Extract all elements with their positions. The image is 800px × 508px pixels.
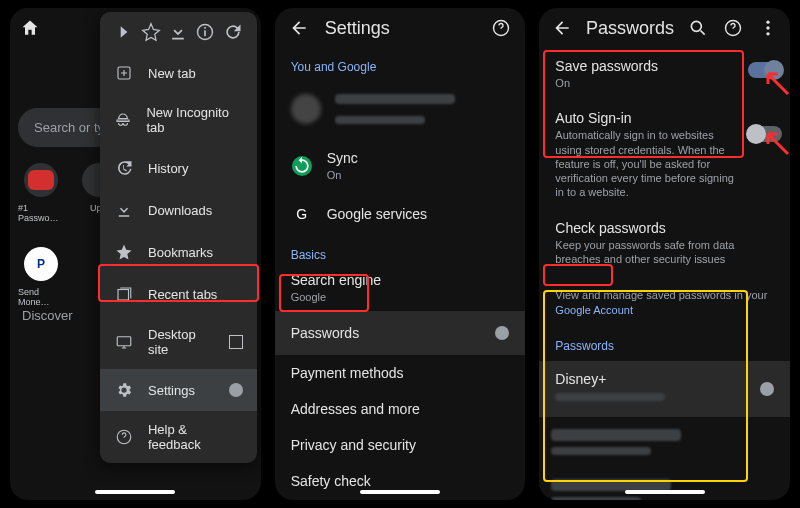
settings-label: Google services	[327, 206, 510, 222]
settings-sync[interactable]: SyncOn	[275, 140, 526, 192]
saved-password-item[interactable]	[539, 467, 790, 500]
settings-payment[interactable]: Payment methods	[275, 355, 526, 391]
menu-label: Bookmarks	[148, 245, 213, 260]
loading-indicator-icon	[760, 382, 774, 396]
section-passwords: Passwords	[539, 327, 790, 357]
recent-tabs-icon	[114, 284, 134, 304]
settings-sub: View and manage saved passwords in your …	[555, 288, 774, 317]
auto-signin-row[interactable]: Auto Sign-inAutomatically sign in to web…	[539, 100, 790, 209]
search-icon[interactable]	[688, 16, 709, 40]
svg-rect-2	[205, 27, 207, 29]
page-title: Settings	[325, 18, 476, 39]
settings-label: Check passwords	[555, 220, 774, 236]
back-icon[interactable]	[551, 16, 572, 40]
gesture-handle	[625, 490, 705, 494]
shortcut-paypal[interactable]: PSend Mone…	[18, 247, 64, 307]
shortcut-label: Send Mone…	[18, 287, 64, 307]
menu-label: New Incognito tab	[146, 105, 242, 135]
settings-label: Save passwords	[555, 58, 740, 74]
menu-label: Help & feedback	[148, 422, 243, 452]
google-account-link[interactable]: Google Account	[555, 304, 633, 316]
back-icon[interactable]	[287, 16, 311, 40]
help-icon[interactable]	[723, 16, 744, 40]
settings-sub: Keep your passwords safe from data breac…	[555, 238, 774, 267]
gesture-handle	[360, 490, 440, 494]
page-title: Passwords	[586, 18, 674, 39]
menu-label: Downloads	[148, 203, 212, 218]
settings-google-services[interactable]: G Google services	[275, 192, 526, 236]
refresh-icon[interactable]	[221, 20, 245, 44]
menu-top-actions	[100, 12, 257, 52]
settings-sub: Google	[291, 290, 510, 304]
menu-desktop-site[interactable]: Desktop site	[100, 316, 257, 368]
info-icon[interactable]	[193, 20, 217, 44]
menu-incognito[interactable]: New Incognito tab	[100, 94, 257, 146]
settings-passwords[interactable]: Passwords	[275, 311, 526, 355]
settings-notifications[interactable]: Notifications	[275, 499, 526, 500]
discover-label: Discover	[22, 308, 73, 323]
settings-sub: Automatically sign in to websites using …	[555, 128, 740, 199]
svg-point-11	[766, 26, 769, 29]
menu-label: Desktop site	[148, 327, 215, 357]
checkbox-icon[interactable]	[229, 335, 243, 349]
settings-addresses[interactable]: Addresses and more	[275, 391, 526, 427]
section-you-and-google: You and Google	[275, 48, 526, 78]
save-passwords-toggle[interactable]	[748, 62, 782, 78]
account-row[interactable]	[275, 78, 526, 140]
menu-label: Settings	[148, 383, 215, 398]
overflow-menu: New tab New Incognito tab History Downlo…	[100, 12, 257, 463]
saved-password-disney[interactable]: Disney+	[539, 361, 790, 417]
phone-passwords: Passwords Save passwordsOn Auto Sign-inA…	[539, 8, 790, 500]
avatar	[291, 94, 321, 124]
shortcut-1password[interactable]: #1 Passwo…	[18, 163, 64, 223]
settings-label: Payment methods	[291, 365, 510, 381]
settings-label: Passwords	[291, 325, 482, 341]
phone-settings: Settings You and Google SyncOn G Google …	[275, 8, 526, 500]
loading-indicator-icon	[495, 326, 509, 340]
forward-icon[interactable]	[112, 20, 136, 44]
gesture-handle	[95, 490, 175, 494]
menu-label: Recent tabs	[148, 287, 217, 302]
menu-label: New tab	[148, 66, 196, 81]
star-icon	[114, 242, 134, 262]
incognito-icon	[114, 110, 132, 130]
settings-content: You and Google SyncOn G Google services …	[275, 48, 526, 500]
saved-password-item[interactable]	[539, 417, 790, 467]
menu-recent-tabs[interactable]: Recent tabs	[100, 273, 257, 315]
home-icon[interactable]	[18, 16, 42, 40]
plus-box-icon	[114, 63, 134, 83]
desktop-icon	[114, 332, 134, 352]
menu-new-tab[interactable]: New tab	[100, 52, 257, 94]
help-icon[interactable]	[489, 16, 513, 40]
check-passwords-row[interactable]: Check passwordsKeep your passwords safe …	[539, 210, 790, 277]
more-icon[interactable]	[757, 16, 778, 40]
help-icon	[114, 427, 134, 447]
download-icon[interactable]	[166, 20, 190, 44]
loading-indicator-icon	[229, 383, 243, 397]
menu-history[interactable]: History	[100, 147, 257, 189]
svg-rect-4	[118, 290, 129, 301]
settings-topbar: Settings	[275, 8, 526, 48]
svg-point-8	[692, 21, 702, 31]
settings-label: Search engine	[291, 272, 510, 288]
svg-point-10	[766, 21, 769, 24]
sync-icon	[292, 156, 312, 176]
settings-privacy[interactable]: Privacy and security	[275, 427, 526, 463]
phone-browser-menu: G Search or type w #1 Passwo… Upw Act PS…	[10, 8, 261, 500]
settings-label: Privacy and security	[291, 437, 510, 453]
menu-bookmarks[interactable]: Bookmarks	[100, 231, 257, 273]
download-icon	[114, 200, 134, 220]
settings-sub: On	[327, 168, 510, 182]
gear-icon	[114, 380, 134, 400]
menu-downloads[interactable]: Downloads	[100, 189, 257, 231]
star-icon[interactable]	[139, 20, 163, 44]
settings-sub: On	[555, 76, 740, 90]
saved-passwords-list: Disney+	[539, 361, 790, 500]
menu-help[interactable]: Help & feedback	[100, 411, 257, 463]
view-manage-row[interactable]: View and manage saved passwords in your …	[539, 276, 790, 327]
settings-search-engine[interactable]: Search engineGoogle	[275, 266, 526, 310]
saved-site-label: Disney+	[555, 371, 746, 387]
auto-signin-toggle[interactable]	[748, 126, 782, 142]
section-basics: Basics	[275, 236, 526, 266]
menu-settings[interactable]: Settings	[100, 369, 257, 411]
